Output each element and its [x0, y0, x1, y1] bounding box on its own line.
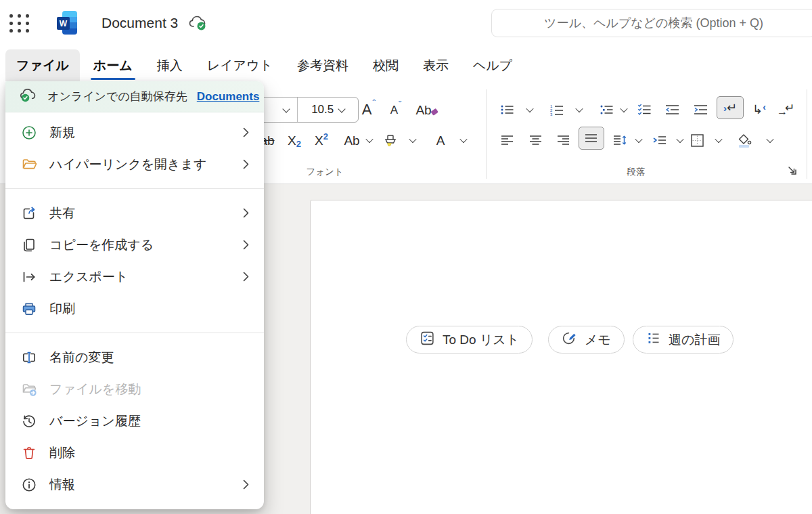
- borders-button[interactable]: [684, 128, 710, 152]
- align-right-button[interactable]: [551, 128, 577, 152]
- paragraph-group-label: 段落: [487, 166, 785, 178]
- file-menu-item-print[interactable]: 印刷: [5, 293, 264, 324]
- menu-separator: [5, 333, 264, 333]
- font-color-dropdown-icon[interactable]: [458, 128, 469, 152]
- autosave-banner: オンラインでの自動保存先 Documents: [5, 81, 264, 112]
- autosave-location-link[interactable]: Documents: [197, 90, 260, 104]
- ribbon-tab-bar: ファイル ホーム 挿入 レイアウト 参考資料 校閲 表示 ヘルプ: [0, 46, 812, 81]
- paragraph-dialog-launcher-icon[interactable]: [782, 160, 801, 179]
- info-icon: [20, 476, 38, 494]
- bullet-list-button[interactable]: [495, 98, 520, 122]
- top-bar: W Document 3: [0, 0, 812, 46]
- file-menu-item-delete[interactable]: 削除: [5, 437, 264, 469]
- todo-list-icon: [420, 330, 435, 349]
- file-menu-item-export[interactable]: エクスポート: [5, 261, 264, 293]
- align-left-button[interactable]: [495, 128, 520, 152]
- file-menu-section: 新規 ハイパーリンクを開きます: [5, 112, 264, 184]
- search-input[interactable]: [491, 9, 812, 37]
- share-icon: [20, 205, 38, 222]
- change-case-dropdown-icon[interactable]: [364, 128, 375, 152]
- todo-list-suggestion-button[interactable]: To Do リスト: [406, 326, 533, 354]
- document-page[interactable]: [310, 200, 812, 514]
- ribbon-separator: [807, 89, 807, 179]
- clear-formatting-button[interactable]: Ab: [413, 98, 443, 122]
- week-plan-suggestion-button[interactable]: 週の計画: [633, 326, 734, 354]
- tab-insert[interactable]: 挿入: [146, 49, 194, 81]
- multilevel-list-dropdown-icon[interactable]: [618, 98, 629, 122]
- file-menu-item-move-file: ファイルを移動: [5, 373, 264, 405]
- subscript-button[interactable]: X2: [281, 128, 308, 152]
- file-menu-item-rename[interactable]: 名前の変更: [5, 341, 264, 373]
- font-color-button[interactable]: A: [428, 128, 453, 152]
- file-menu-item-share[interactable]: 共有: [5, 197, 264, 229]
- numbered-list-dropdown-icon[interactable]: [574, 98, 585, 122]
- tab-help[interactable]: ヘルプ: [462, 49, 523, 81]
- svg-text:3: 3: [550, 112, 553, 116]
- highlight-dropdown-icon[interactable]: [407, 128, 418, 152]
- tab-file[interactable]: ファイル: [5, 49, 80, 81]
- tab-references[interactable]: 参考資料: [286, 49, 359, 81]
- file-menu-item-info[interactable]: 情報: [5, 469, 264, 500]
- memo-pen-icon: [562, 330, 577, 349]
- align-center-button[interactable]: [523, 128, 549, 152]
- increase-indent-button[interactable]: [688, 98, 714, 122]
- file-menu: オンラインでの自動保存先 Documents 新規 ハイパーリンクを開きます: [5, 81, 264, 509]
- word-app-window: W Document 3 ファイル ホーム 挿入 レイアウト 参考資料 校閲 表…: [0, 0, 812, 514]
- line-spacing-button[interactable]: [608, 128, 633, 152]
- tab-review[interactable]: 校閲: [362, 49, 409, 81]
- grow-font-button[interactable]: Aˆ: [355, 98, 382, 122]
- autosave-cloud-check-icon: [19, 87, 38, 106]
- chevron-right-icon: [243, 127, 249, 137]
- app-launcher-icon[interactable]: [9, 14, 30, 33]
- file-menu-section: 共有 コピーを作成する エクスポート 印: [5, 193, 264, 328]
- ribbon-separator: [486, 89, 487, 179]
- delete-icon: [20, 444, 38, 462]
- soft-return-button[interactable]: ↳ ‹: [746, 98, 772, 122]
- change-case-button[interactable]: Ab: [338, 128, 365, 152]
- chevron-right-icon: [243, 240, 249, 250]
- chevron-right-icon: [243, 159, 249, 169]
- paragraph-mark-toggle[interactable]: › ↵: [717, 96, 744, 119]
- shading-dropdown-icon[interactable]: [765, 128, 775, 152]
- cloud-saved-icon[interactable]: [188, 15, 208, 34]
- copy-icon: [20, 236, 38, 254]
- checklist-button[interactable]: [632, 98, 658, 122]
- print-icon: [20, 300, 38, 318]
- memo-suggestion-button[interactable]: メモ: [548, 326, 625, 354]
- wrap-return-button[interactable]: → ↵: [773, 98, 798, 122]
- line-spacing-dropdown-icon[interactable]: [633, 128, 644, 152]
- font-size-select[interactable]: 10.5: [298, 98, 358, 122]
- word-logo[interactable]: W: [57, 11, 77, 35]
- bullet-list-dropdown-icon[interactable]: [524, 98, 535, 122]
- shading-button[interactable]: [731, 128, 757, 152]
- file-menu-item-version-history[interactable]: バージョン履歴: [5, 405, 264, 437]
- file-menu-item-make-copy[interactable]: コピーを作成する: [5, 229, 264, 261]
- chevron-right-icon: [243, 272, 249, 282]
- multilevel-list-button[interactable]: [594, 98, 620, 122]
- new-document-icon: [20, 124, 38, 142]
- file-menu-item-open-hyperlink[interactable]: ハイパーリンクを開きます: [5, 148, 264, 180]
- justify-button[interactable]: [579, 127, 604, 150]
- menu-separator: [5, 188, 264, 189]
- move-file-icon: [20, 381, 38, 398]
- decrease-indent-button[interactable]: [660, 98, 685, 122]
- week-plan-icon: [646, 330, 661, 349]
- rename-icon: [20, 349, 38, 366]
- tab-layout[interactable]: レイアウト: [196, 49, 284, 81]
- tab-home[interactable]: ホーム: [83, 49, 143, 81]
- text-highlight-button[interactable]: [378, 128, 403, 152]
- file-menu-section: 名前の変更 ファイルを移動 バージョン履歴 削除: [5, 337, 264, 505]
- export-icon: [20, 268, 38, 286]
- chevron-right-icon: [243, 208, 249, 218]
- tab-view[interactable]: 表示: [412, 49, 459, 81]
- shrink-font-button[interactable]: Aˇ: [382, 98, 409, 122]
- document-title[interactable]: Document 3: [102, 15, 178, 31]
- borders-dropdown-icon[interactable]: [713, 128, 724, 152]
- autosave-label: オンラインでの自動保存先: [47, 89, 187, 104]
- superscript-button[interactable]: X2: [308, 128, 335, 152]
- file-menu-item-new[interactable]: 新規: [5, 116, 264, 148]
- paragraph-indent-button[interactable]: [647, 128, 673, 152]
- font-group-label: フォント: [257, 166, 392, 178]
- version-history-icon: [20, 412, 38, 430]
- numbered-list-button[interactable]: 123: [544, 98, 570, 122]
